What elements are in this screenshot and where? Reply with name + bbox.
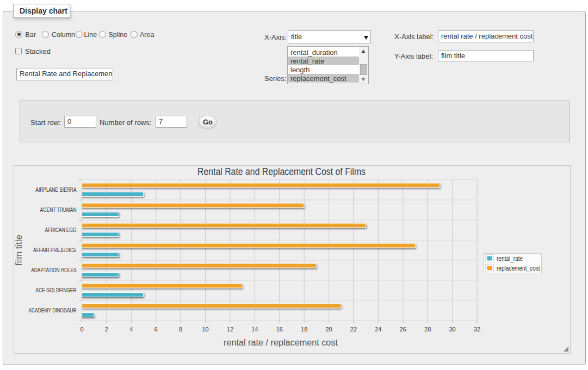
svg-text:0: 0: [80, 326, 83, 333]
svg-text:rental rate / replacement cost: rental rate / replacement cost: [224, 338, 338, 347]
svg-text:replacement_cost: replacement_cost: [497, 265, 540, 272]
svg-text:4: 4: [129, 326, 133, 333]
svg-text:30: 30: [449, 326, 455, 333]
svg-text:8: 8: [179, 326, 182, 333]
svg-text:22: 22: [350, 326, 357, 333]
svg-text:16: 16: [276, 326, 283, 333]
svg-text:ACE GOLDFINGER: ACE GOLDFINGER: [35, 287, 76, 293]
svg-text:AFRICAN EGG: AFRICAN EGG: [45, 227, 77, 233]
svg-text:14: 14: [251, 326, 258, 333]
svg-text:AIRPLANE SIERRA: AIRPLANE SIERRA: [35, 187, 76, 193]
svg-text:10: 10: [202, 326, 208, 333]
svg-text:32: 32: [474, 326, 480, 333]
svg-text:26: 26: [400, 326, 406, 333]
svg-text:6: 6: [154, 326, 158, 333]
svg-text:12: 12: [227, 326, 233, 333]
svg-text:20: 20: [325, 326, 332, 333]
svg-text:AFFAIR PREJUDICE: AFFAIR PREJUDICE: [33, 247, 77, 253]
svg-text:28: 28: [424, 326, 431, 333]
svg-text:film title: film title: [14, 235, 23, 266]
svg-text:2: 2: [105, 326, 108, 333]
svg-text:AGENT TRUMAN: AGENT TRUMAN: [40, 207, 77, 213]
svg-text:Rental Rate and Replacement Co: Rental Rate and Replacement Cost of Film…: [197, 166, 366, 177]
svg-text:ADAPTATION HOLES: ADAPTATION HOLES: [31, 267, 77, 273]
svg-text:18: 18: [301, 326, 307, 333]
svg-text:ACADEMY DINOSAUR: ACADEMY DINOSAUR: [28, 308, 76, 313]
svg-text:24: 24: [375, 326, 381, 333]
svg-text:rental_rate: rental_rate: [497, 255, 523, 262]
